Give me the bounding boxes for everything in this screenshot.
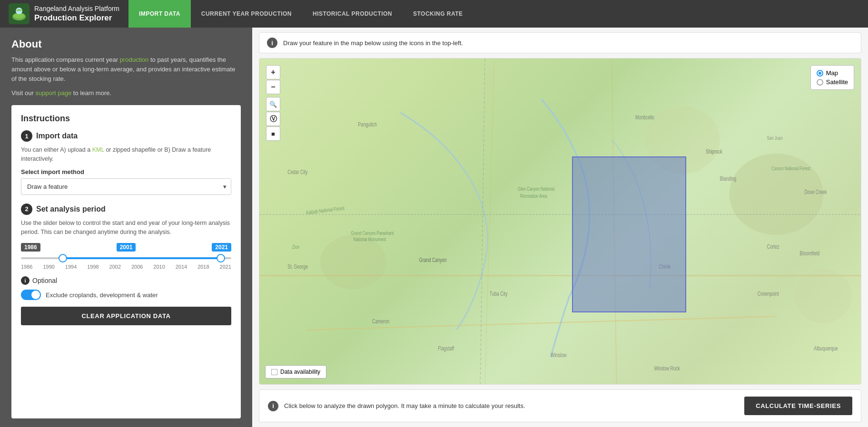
slider-labels-top: 1986 2001 2021 xyxy=(21,243,231,252)
step2-header: 2 Set analysis period xyxy=(21,204,231,215)
optional-header: i Optional xyxy=(21,276,231,285)
draw-rectangle-button[interactable]: ■ xyxy=(266,126,280,141)
slider-min-badge: 1986 xyxy=(21,243,40,252)
svg-text:National Monument: National Monument xyxy=(354,236,386,242)
action-bar: i Click below to analyze the drawn polyg… xyxy=(259,389,861,422)
svg-text:St. George: St. George xyxy=(287,263,308,270)
tick-2006: 2006 xyxy=(131,264,143,270)
svg-text:Albuquerque: Albuquerque xyxy=(814,345,838,351)
select-label: Select import method xyxy=(21,168,231,175)
toggle-slider xyxy=(21,290,41,300)
step2-title: Set analysis period xyxy=(36,205,106,214)
search-button[interactable]: 🔍 xyxy=(266,97,280,111)
slider-thumb-end[interactable] xyxy=(217,254,225,262)
about-highlight: production xyxy=(120,56,149,63)
action-info-text: Click below to analyze the drawn polygon… xyxy=(284,402,525,409)
select-wrapper: Draw a feature Upload KML Upload zipped … xyxy=(21,178,231,195)
map-type-selector: Map Satellite xyxy=(810,65,854,90)
optional-title: Optional xyxy=(32,277,57,284)
svg-text:Recreation Area: Recreation Area xyxy=(520,193,547,199)
about-title: About xyxy=(11,38,241,50)
tick-1990: 1990 xyxy=(43,264,54,270)
support-link[interactable]: support page xyxy=(35,89,71,97)
slider-track[interactable] xyxy=(21,253,231,263)
import-method-select[interactable]: Draw a feature Upload KML Upload zipped … xyxy=(21,178,231,195)
app-subtitle: Production Explorer xyxy=(34,13,119,23)
exclude-toggle[interactable] xyxy=(21,290,41,300)
svg-text:Crownpoint: Crownpoint xyxy=(758,291,779,297)
svg-text:Panguitch: Panguitch xyxy=(358,121,376,127)
draw-info-bar: i Draw your feature in the map below usi… xyxy=(259,32,861,53)
slider-end-badge: 2021 xyxy=(212,243,231,252)
nav-tabs: IMPORT DATA CURRENT YEAR PRODUCTION HIST… xyxy=(128,0,473,28)
svg-text:Cameron: Cameron xyxy=(372,318,390,324)
svg-text:Monticello: Monticello xyxy=(635,114,654,121)
slider-active-range xyxy=(63,257,221,259)
svg-line-11 xyxy=(306,316,777,330)
action-bar-text: i Click below to analyze the drawn polyg… xyxy=(268,401,525,411)
tick-2014: 2014 xyxy=(176,264,187,270)
tab-import-data[interactable]: IMPORT DATA xyxy=(128,0,191,28)
draw-polygon-button[interactable]: Ⓥ xyxy=(266,112,280,126)
step1-kml: KML xyxy=(92,146,104,153)
data-availability-button[interactable]: Data availability xyxy=(265,365,326,378)
step1-desc-1: You can either A) upload a xyxy=(21,146,92,153)
tab-stocking-rate[interactable]: STOCKING RATE xyxy=(403,0,473,28)
map-background: Cedar City Panguitch Monticello Blanding… xyxy=(259,58,861,384)
main-layout: About This application compares current … xyxy=(0,28,868,427)
optional-info-icon: i xyxy=(21,276,30,285)
tick-1998: 1998 xyxy=(87,264,99,270)
svg-text:Cortez: Cortez xyxy=(767,243,780,250)
svg-text:Dove Creek: Dove Creek xyxy=(804,189,827,195)
instructions-title: Instructions xyxy=(21,114,231,124)
map-controls: + − 🔍 Ⓥ ■ xyxy=(266,65,280,141)
slider-start-badge: 2001 xyxy=(117,243,136,252)
draw-info-icon: i xyxy=(267,38,277,48)
top-navigation: Rangeland Analysis Platform Production E… xyxy=(0,0,868,28)
tick-2002: 2002 xyxy=(109,264,121,270)
optional-section: i Optional Exclude croplands, developmen… xyxy=(21,276,231,300)
map-container[interactable]: Cedar City Panguitch Monticello Blanding… xyxy=(259,58,861,385)
action-info-icon: i xyxy=(268,401,278,411)
svg-text:Bloomfield: Bloomfield xyxy=(800,250,819,256)
zoom-out-button[interactable]: − xyxy=(266,80,280,94)
brand-text: Rangeland Analysis Platform Production E… xyxy=(34,5,119,23)
tick-2010: 2010 xyxy=(153,264,165,270)
brand-area: Rangeland Analysis Platform Production E… xyxy=(0,3,128,24)
draw-info-text: Draw your feature in the map below using… xyxy=(283,39,463,47)
map-type-map[interactable]: Map xyxy=(817,69,848,77)
step1-header: 1 Import data xyxy=(21,130,231,142)
svg-text:Tuba City: Tuba City xyxy=(490,291,508,297)
svg-text:Cedar City: Cedar City xyxy=(287,168,307,175)
svg-text:Window Rock: Window Rock xyxy=(654,365,681,372)
svg-text:Grand Canyon: Grand Canyon xyxy=(419,256,447,263)
drawn-polygon xyxy=(572,156,686,313)
instructions-card: Instructions 1 Import data You can eithe… xyxy=(11,105,241,418)
step1-circle: 1 xyxy=(21,130,32,142)
svg-text:Blanding: Blanding xyxy=(720,175,737,182)
tab-current-year[interactable]: CURRENT YEAR PRODUCTION xyxy=(191,0,302,28)
map-type-satellite[interactable]: Satellite xyxy=(817,78,848,86)
step2-section: 2 Set analysis period Use the slider bel… xyxy=(21,204,231,326)
svg-text:Grand Canyon-Parashant: Grand Canyon-Parashant xyxy=(351,230,394,236)
tab-historical[interactable]: HISTORICAL PRODUCTION xyxy=(302,0,403,28)
svg-text:Shiprock: Shiprock xyxy=(706,148,722,155)
slider-ticks: 1986 1990 1994 1998 2002 2006 2010 2014 … xyxy=(21,264,231,270)
svg-text:Kaibab National Forest: Kaibab National Forest xyxy=(306,205,345,216)
brand-logo xyxy=(9,3,30,24)
clear-application-button[interactable]: CLEAR APPLICATION DATA xyxy=(21,307,231,325)
zoom-in-button[interactable]: + xyxy=(266,65,280,79)
svg-point-7 xyxy=(795,269,852,323)
svg-line-9 xyxy=(485,58,494,384)
app-name: Rangeland Analysis Platform xyxy=(34,5,119,13)
data-avail-label: Data availability xyxy=(280,369,320,375)
svg-line-12 xyxy=(480,58,485,384)
calculate-timeseries-button[interactable]: CALCULATE TIME-SERIES xyxy=(744,397,852,415)
tick-2018: 2018 xyxy=(197,264,209,270)
support-suffix: to learn more. xyxy=(71,89,111,97)
slider-thumb-start[interactable] xyxy=(59,254,67,262)
svg-point-5 xyxy=(730,154,824,235)
svg-point-6 xyxy=(320,235,386,289)
toggle-row: Exclude croplands, development & water xyxy=(21,290,231,300)
tick-1986: 1986 xyxy=(21,264,32,270)
